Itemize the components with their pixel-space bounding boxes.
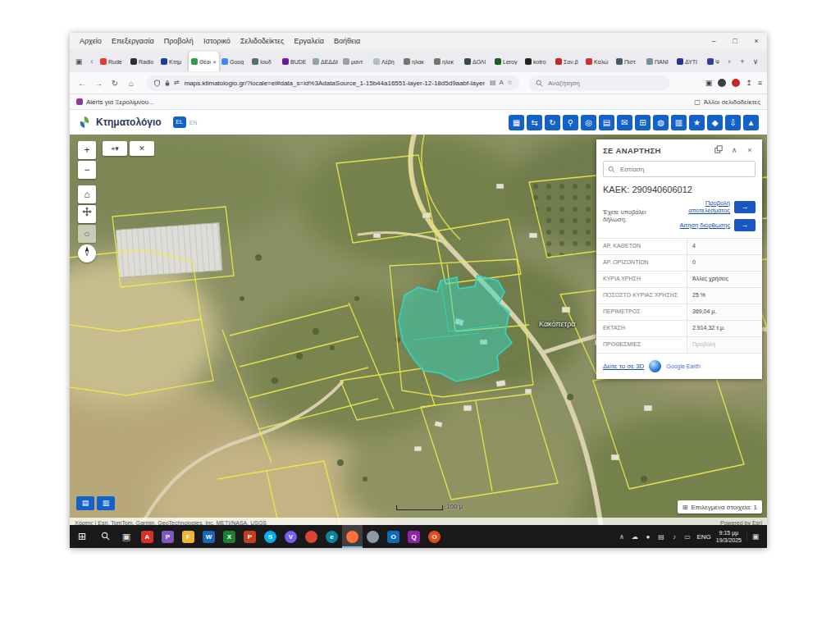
folder-icon[interactable]: ▤ bbox=[657, 533, 666, 541]
word-icon[interactable]: W bbox=[199, 525, 219, 548]
permissions-icon[interactable]: ⇄ bbox=[174, 80, 180, 86]
panel-search-box[interactable] bbox=[603, 161, 756, 177]
browser-tab[interactable]: Goog × bbox=[219, 52, 249, 71]
app-brand[interactable]: Κτηματολόγιο bbox=[78, 116, 162, 129]
browser-tab[interactable]: Ψηφι × bbox=[705, 52, 719, 71]
reader-mode-icon[interactable]: ▤ bbox=[490, 80, 496, 86]
view-result-link[interactable]: Προβολή αποτελέσματος bbox=[667, 199, 730, 214]
browser-tab[interactable]: Ιουδ × bbox=[249, 52, 280, 71]
share-icon[interactable]: ⇆ bbox=[527, 115, 542, 130]
layer-list-button[interactable]: ▤ bbox=[76, 496, 94, 510]
app-menu-icon[interactable]: ≡ bbox=[758, 80, 762, 87]
browser-tab[interactable]: ΔΟΛΙ × bbox=[462, 52, 492, 71]
clear-selection-button[interactable]: ✕ bbox=[130, 141, 154, 156]
edge-icon[interactable]: e bbox=[322, 525, 342, 548]
view-3d-link[interactable]: Δείτε το σε 3D bbox=[603, 363, 644, 370]
container-tab-icon[interactable]: ▣ bbox=[705, 80, 713, 87]
acrobat-icon[interactable]: A bbox=[137, 525, 158, 548]
popout-icon[interactable] bbox=[713, 145, 724, 155]
menu-item[interactable]: Ιστορικό bbox=[199, 37, 235, 45]
account-icon[interactable] bbox=[718, 79, 726, 87]
browser-tab[interactable]: ΠΑΝΙ × bbox=[644, 52, 674, 71]
volume-icon[interactable]: ♪ bbox=[670, 533, 679, 541]
chrome-icon[interactable] bbox=[301, 525, 322, 548]
browser-tab[interactable]: Σαν.β × bbox=[553, 52, 583, 71]
lang-el-button[interactable]: EL bbox=[173, 116, 186, 128]
other-bookmarks[interactable]: ▢ Άλλοι σελιδοδείκτες bbox=[694, 98, 760, 106]
document-icon[interactable]: ▤ bbox=[599, 115, 614, 130]
photos-icon[interactable]: P bbox=[158, 525, 178, 548]
selected-items-badge[interactable]: ⊞ Επιλεγμένα στοιχεία: 1 bbox=[678, 500, 762, 514]
browser-tab[interactable]: μαντ × bbox=[340, 52, 371, 71]
powerpoint-icon[interactable]: P bbox=[240, 525, 260, 548]
forward-button[interactable]: → bbox=[91, 79, 106, 88]
oq-icon[interactable]: Q bbox=[404, 525, 424, 548]
location-icon[interactable]: ◎ bbox=[581, 115, 596, 130]
taskbar-search-button[interactable] bbox=[94, 532, 116, 542]
basemap-icon[interactable]: ▦ bbox=[509, 115, 524, 130]
menu-item[interactable]: Σελιδοδείκτες bbox=[235, 37, 290, 45]
viber-icon[interactable]: V bbox=[281, 525, 301, 548]
mail-icon[interactable]: ✉ bbox=[617, 115, 632, 130]
status-icon[interactable]: ● bbox=[644, 533, 653, 541]
globe-icon[interactable]: ◍ bbox=[653, 115, 669, 130]
download-icon[interactable]: ⇩ bbox=[725, 115, 741, 130]
legend-button[interactable]: ▥ bbox=[97, 496, 115, 510]
browser-tab[interactable]: Leroy × bbox=[492, 52, 523, 71]
chart-icon[interactable]: ◆ bbox=[707, 115, 723, 130]
home-button[interactable]: ⌂ bbox=[124, 79, 139, 88]
zoom-in-button[interactable]: + bbox=[78, 141, 96, 159]
new-tab-button[interactable]: + bbox=[736, 57, 749, 66]
action-center-button[interactable]: ▣ bbox=[746, 532, 764, 541]
menu-item[interactable]: Αρχείο bbox=[75, 37, 107, 45]
firefox-view-icon[interactable]: ▣ bbox=[71, 57, 86, 66]
back-button[interactable]: ← bbox=[75, 79, 89, 88]
locate-button[interactable]: ○ bbox=[78, 225, 96, 243]
browser-tab[interactable]: Πιστ × bbox=[614, 52, 644, 71]
firefox-icon[interactable] bbox=[342, 525, 363, 548]
view-result-arrow-button[interactable]: → bbox=[734, 201, 756, 213]
minimize-button[interactable]: – bbox=[703, 33, 724, 49]
browser-tab[interactable]: ηλακ × bbox=[401, 52, 431, 71]
panel-close-icon[interactable]: × bbox=[744, 146, 756, 154]
start-button[interactable]: ⊞ bbox=[70, 531, 94, 542]
send-to-device-icon[interactable]: ↥ bbox=[746, 80, 752, 87]
browser-tab[interactable]: ηλεκ × bbox=[431, 52, 462, 71]
zoom-out-button[interactable]: − bbox=[78, 161, 96, 179]
browser-search-input[interactable] bbox=[546, 79, 663, 88]
layers-icon[interactable]: ▥ bbox=[671, 115, 687, 130]
panel-search-input[interactable] bbox=[619, 165, 751, 174]
browser-tab[interactable]: Rude × bbox=[98, 52, 128, 71]
chevron-up-icon[interactable]: ∧ bbox=[618, 533, 627, 541]
lock-icon[interactable] bbox=[164, 80, 171, 87]
tab-overflow-icon[interactable]: › bbox=[723, 57, 736, 66]
compass-button[interactable] bbox=[78, 244, 96, 262]
file-explorer-icon[interactable]: F bbox=[178, 525, 199, 548]
browser-tab[interactable]: Θέασ × bbox=[189, 52, 219, 71]
list-tabs-icon[interactable]: ∨ bbox=[749, 57, 762, 66]
tab-scroll-left-icon[interactable]: ‹ bbox=[86, 57, 98, 66]
analytics-icon[interactable]: ▲ bbox=[743, 115, 759, 130]
sync-icon[interactable]: ↻ bbox=[545, 115, 560, 130]
outlook-icon[interactable]: O bbox=[383, 525, 404, 548]
table-icon[interactable]: ⊞ bbox=[635, 115, 651, 130]
browser-tab[interactable]: Κτημ × bbox=[158, 52, 189, 71]
onedrive-icon[interactable]: ☁ bbox=[631, 533, 640, 541]
collapse-icon[interactable]: ∧ bbox=[728, 146, 740, 154]
task-view-button[interactable]: ▣ bbox=[116, 532, 137, 542]
menu-item[interactable]: Βοήθεια bbox=[329, 37, 365, 45]
search-icon[interactable]: ⚲ bbox=[563, 115, 578, 130]
browser-tab[interactable]: ΔΥΤΙ × bbox=[674, 52, 705, 71]
excel-icon[interactable]: X bbox=[219, 525, 240, 548]
bookmark-item[interactable]: Alerts για Ξερολίμνου... bbox=[76, 98, 154, 106]
shield-icon[interactable] bbox=[153, 80, 161, 87]
select-tool-button[interactable]: ⌖▾ bbox=[103, 141, 127, 156]
menu-item[interactable]: Προβολή bbox=[159, 37, 199, 45]
close-button[interactable]: × bbox=[746, 33, 767, 49]
tab-close-icon[interactable]: × bbox=[212, 58, 217, 66]
url-input[interactable] bbox=[183, 79, 486, 88]
correction-arrow-button[interactable]: → bbox=[734, 219, 756, 231]
translate-icon[interactable]: A bbox=[499, 80, 503, 86]
maximize-button[interactable]: □ bbox=[724, 33, 746, 49]
menu-item[interactable]: Επεξεργασία bbox=[107, 37, 159, 45]
